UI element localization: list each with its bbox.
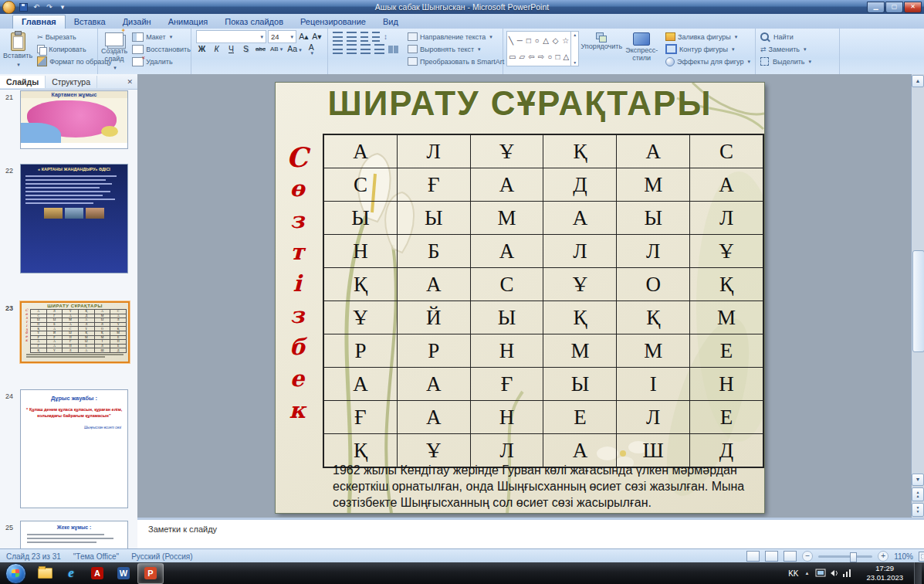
find-button[interactable]: Найти <box>759 31 813 42</box>
save-button[interactable] <box>18 2 29 12</box>
undo-button[interactable]: ↶ <box>31 2 42 12</box>
close-button[interactable]: ✕ <box>904 2 922 13</box>
scroll-down-icon[interactable]: ▼ <box>912 474 924 486</box>
align-text-button[interactable]: Выровнять текст <box>406 43 513 55</box>
increase-indent-icon[interactable] <box>372 32 380 42</box>
notes-pane[interactable]: Заметки к слайду <box>137 518 924 551</box>
redo-button[interactable]: ↷ <box>44 2 55 12</box>
shape-button[interactable]: ◇ <box>553 36 559 45</box>
shape-button[interactable]: ╲ <box>509 36 513 45</box>
tray-expand-icon[interactable]: ▲ <box>805 571 810 576</box>
align-right-icon[interactable] <box>360 44 371 54</box>
shape-button[interactable]: ○ <box>547 53 552 61</box>
arrange-button[interactable]: Упорядочить <box>582 31 621 76</box>
new-slide-button[interactable]: Создать слайд <box>101 31 127 76</box>
shape-button[interactable]: □ <box>526 36 531 45</box>
powerpoint-taskbar-button[interactable]: P <box>137 563 164 584</box>
shape-button[interactable]: □ <box>555 53 560 61</box>
font-color-button[interactable]: А <box>306 43 317 55</box>
italic-button[interactable]: К <box>211 43 222 55</box>
shape-button[interactable]: ▱ <box>520 53 526 61</box>
language-indicator[interactable]: Русский (Россия) <box>131 552 192 561</box>
shape-button[interactable]: ⇦ <box>528 53 534 61</box>
decrease-indent-icon[interactable] <box>360 32 368 42</box>
paste-button[interactable]: Вставить <box>3 31 32 76</box>
next-slide-button[interactable]: ▼▼ <box>912 503 924 517</box>
ribbon-tab-5[interactable]: Показ слайдов <box>216 15 292 29</box>
maximize-button[interactable]: ▢ <box>885 2 903 13</box>
qat-customize-button[interactable]: ▾ <box>57 2 68 12</box>
ribbon-tab-6[interactable]: Рецензирование <box>292 15 374 29</box>
zoom-out-button[interactable]: − <box>802 551 813 562</box>
internet-explorer-taskbar-button[interactable]: e <box>59 564 83 583</box>
replace-button[interactable]: ⇄ Заменить <box>759 43 813 55</box>
taskbar-clock[interactable]: 17:29 23.01.2023 <box>861 564 908 582</box>
shape-button[interactable]: ○ <box>535 36 540 45</box>
adobe-reader-taskbar-button[interactable]: A <box>85 564 110 583</box>
underline-button[interactable]: Ч <box>225 43 237 55</box>
grow-font-button[interactable]: А▴ <box>298 31 310 42</box>
start-button[interactable] <box>5 563 26 584</box>
slideshow-view-button[interactable] <box>784 551 797 562</box>
numbering-icon[interactable] <box>347 32 357 42</box>
align-left-icon[interactable] <box>333 44 343 54</box>
scrollbar-thumb[interactable] <box>912 250 924 352</box>
ribbon-tab-1[interactable]: Главная <box>12 15 66 29</box>
line-spacing-icon[interactable]: ↕ <box>384 32 388 41</box>
bullets-icon[interactable] <box>333 32 343 42</box>
office-button[interactable] <box>2 1 15 14</box>
layout-button[interactable]: Макет <box>130 31 192 42</box>
shape-button[interactable]: △ <box>543 36 549 45</box>
ribbon-tab-7[interactable]: Вид <box>374 15 407 29</box>
align-center-icon[interactable] <box>347 44 357 54</box>
shape-button[interactable]: ─ <box>517 36 523 45</box>
scrollbar-track[interactable] <box>912 88 923 473</box>
columns-icon[interactable] <box>388 46 398 53</box>
vertical-scrollbar[interactable]: ▲ ▼ ▲▲ ▼▼ <box>911 74 924 518</box>
slide-sorter-view-button[interactable] <box>765 551 778 562</box>
shape-outline-button[interactable]: Контур фигуры <box>664 43 752 55</box>
scroll-up-icon[interactable]: ▲ <box>912 75 924 87</box>
minimize-button[interactable]: ▁ <box>867 2 885 13</box>
word-taskbar-button[interactable]: W <box>111 564 136 583</box>
shape-button[interactable]: ☆ <box>562 36 569 45</box>
text-shadow-button[interactable]: S <box>240 43 252 55</box>
shape-fill-button[interactable]: Заливка фигуры <box>664 31 752 42</box>
show-desktop-button[interactable] <box>914 562 922 584</box>
zoom-level[interactable]: 110% <box>894 552 913 561</box>
shape-button[interactable]: ▭ <box>509 53 516 61</box>
previous-slide-button[interactable]: ▲▲ <box>912 487 924 501</box>
explorer-taskbar-button[interactable] <box>32 564 57 583</box>
shrink-font-button[interactable]: А▾ <box>311 31 323 42</box>
slide-canvas[interactable]: ШИРАТУ СҰРАҚТАРЫ Сөзтізбек АЛҰҚАССҒАДМАЫ… <box>276 83 764 513</box>
reset-button[interactable]: Восстановить <box>130 43 192 55</box>
select-button[interactable]: Выделить <box>759 56 813 67</box>
zoom-slider-thumb[interactable] <box>850 552 857 562</box>
quick-styles-button[interactable]: Экспресс-стили <box>624 31 659 76</box>
bold-button[interactable]: Ж <box>196 43 208 55</box>
fit-to-window-button[interactable] <box>919 552 924 562</box>
shape-effects-button[interactable]: Эффекты для фигур <box>664 56 752 67</box>
ribbon-tab-2[interactable]: Вставка <box>66 15 114 29</box>
slide-thumbnail-24[interactable]: Дұрыс жауабы : “ Құлаш денем құласа құла… <box>20 389 128 508</box>
tab-slides[interactable]: Слайды <box>0 76 46 88</box>
zoom-slider[interactable] <box>818 555 872 558</box>
justify-icon[interactable] <box>374 44 384 54</box>
character-spacing-button[interactable]: АВ <box>269 43 283 55</box>
slide-thumbnail-22[interactable]: « КАРТАНЫ ЖАНДАНДЫРУ» ӘДІСІ <box>20 164 128 273</box>
panel-close-icon[interactable]: ✕ <box>122 78 137 86</box>
smartart-button[interactable]: Преобразовать в SmartArt <box>406 56 513 67</box>
slide-thumbnail-25[interactable]: Жеке жұмыс : <box>20 521 128 548</box>
tray-status-icons[interactable] <box>815 568 855 579</box>
strikethrough-button[interactable]: abc <box>255 43 266 55</box>
delete-button[interactable]: Удалить <box>130 56 192 67</box>
slide-thumbnail-23-selected[interactable]: ШИРАТУ СҰРАҚТАРЫ Сөзтізбек АЛҰҚАССҒАДМАЫ… <box>20 301 130 363</box>
shapes-gallery-scroll[interactable]: ▲ ▼ <box>570 32 578 66</box>
font-name-combo[interactable]: ▾ <box>196 30 266 43</box>
normal-view-button[interactable] <box>746 551 760 562</box>
keyboard-language[interactable]: KK <box>788 569 798 578</box>
ribbon-tab-4[interactable]: Анимация <box>160 15 217 29</box>
slide-thumbnail-21[interactable]: Картамен жұмыс <box>20 90 128 149</box>
shape-button[interactable]: ⇨ <box>538 53 544 61</box>
shape-button[interactable]: △ <box>564 53 570 61</box>
